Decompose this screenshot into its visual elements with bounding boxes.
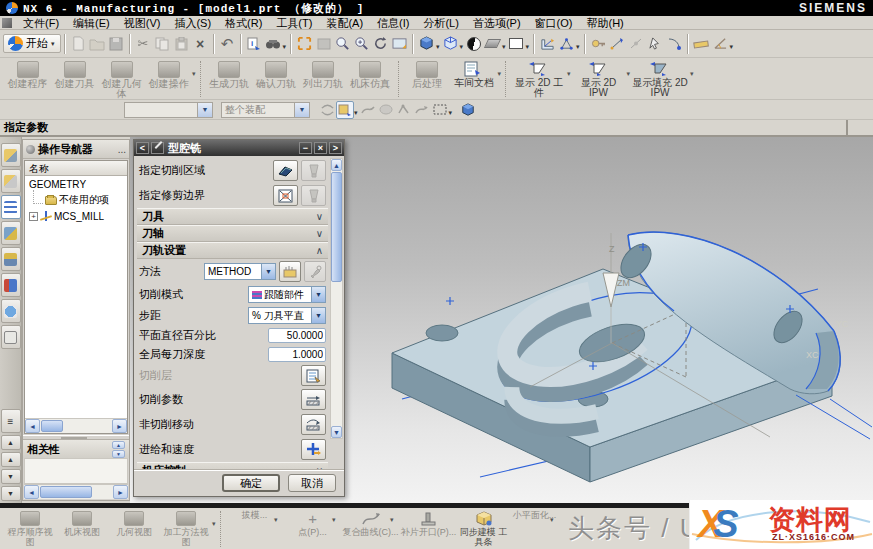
create-operation-button[interactable]: 创建操作 [145,60,192,89]
binoculars-dropdown-icon[interactable]: ▾ [283,43,287,51]
curve-rule-icon[interactable] [359,101,377,119]
cut-levels-button[interactable] [301,365,326,386]
post-group-dropdown-icon[interactable]: ▾ [498,70,502,78]
new-file-icon[interactable] [69,34,88,53]
list-toolpath-button[interactable]: 列出刀轨 [300,60,347,89]
scroll-thumb[interactable] [40,486,92,498]
scroll-thumb[interactable] [331,172,342,282]
shadow-icon[interactable] [483,34,502,53]
section-path-settings[interactable]: 刀轨设置 ∧ [137,242,328,259]
zoom-box-icon[interactable] [333,34,352,53]
scroll-left-icon[interactable]: ◄ [25,419,40,433]
selection-scope-combo[interactable]: 整个装配 ▼ [221,102,310,118]
rotate-view-icon[interactable] [371,34,390,53]
appearance-sphere-icon[interactable] [464,34,483,53]
patch-opening-button[interactable]: 补片开口(P)... [400,510,458,537]
selection-filter-combo[interactable]: ▼ [124,102,213,118]
reverse-direction-icon[interactable] [318,101,336,119]
method-dropdown-icon[interactable]: ▼ [261,264,275,279]
delete-icon[interactable]: × [191,34,210,53]
save-icon[interactable] [107,34,126,53]
machining-method-view-button[interactable]: 加工方法视图 [160,510,212,547]
snap-point-icon[interactable] [608,34,627,53]
facet-dropdown-icon[interactable]: ▾ [550,516,554,524]
postprocess-button[interactable]: 后处理 [404,60,451,89]
tree-item-unused[interactable]: 不使用的项 [25,192,127,208]
feeds-and-speeds-button[interactable] [301,439,326,460]
dialog-prev-icon[interactable]: < [136,142,149,154]
scroll-left-icon[interactable]: ◄ [24,485,39,499]
scroll-bottom-button[interactable]: ▼ [1,486,21,501]
select-cut-area-button[interactable] [273,160,298,181]
shadow-dropdown-icon[interactable]: ▾ [502,43,506,51]
menu-item-information[interactable]: 信息(I) [370,16,416,30]
composite-curve-button[interactable]: ▾复合曲线(C)... [342,510,400,537]
menu-item-analysis[interactable]: 分析(L) [416,16,465,30]
dependencies-hscrollbar[interactable]: ◄ ► [24,484,128,499]
wireframe-view-dropdown-icon[interactable]: ▾ [460,43,464,51]
show-filled-2d-ipw-button[interactable]: 显示填充 2D IPW [630,60,690,98]
point-dropdown-icon[interactable]: ▾ [332,516,336,524]
tree-hscrollbar[interactable]: ◄ ► [25,418,127,433]
snap-point-toggle-icon[interactable] [336,101,354,119]
snap-midpoint-icon[interactable] [627,34,646,53]
information-icon[interactable]: i [245,34,264,53]
snap-quadrant-icon[interactable] [665,34,684,53]
view-group-dropdown-icon[interactable]: ▾ [212,520,216,528]
panel-pin-button[interactable]: ≡ [1,409,21,433]
scroll-up-button[interactable]: ▲ [1,452,21,467]
facet-body-button[interactable]: ▾小平面化... [510,510,560,520]
constraint-navigator-icon[interactable] [1,169,21,193]
cut-pattern-combo[interactable]: 跟随部件 ▼ [248,286,326,303]
hd3d-tools-icon[interactable] [1,273,21,297]
scroll-right-icon[interactable]: ► [112,419,127,433]
verify-toolpath-button[interactable]: 确认刀轨 [253,60,300,89]
create-program-button[interactable]: 创建程序 [4,60,51,89]
dialog-drag-icon[interactable] [151,142,164,154]
menu-item-window[interactable]: 窗口(O) [528,16,580,30]
scroll-thumb[interactable] [41,420,63,432]
scroll-down-button[interactable]: ▼ [1,469,21,484]
selection-filter-dropdown-icon[interactable]: ▼ [197,103,212,117]
new-method-button[interactable] [279,261,301,282]
scroll-right-icon[interactable]: ► [113,485,128,499]
reuse-library-icon[interactable] [1,247,21,271]
menu-item-help[interactable]: 帮助(H) [579,16,630,30]
vertex-rule-icon[interactable] [395,101,413,119]
menu-item-assemblies[interactable]: 装配(A) [319,16,370,30]
face-rule-icon[interactable] [377,101,395,119]
show-2d-workpiece-button[interactable]: 显示 2D 工件 [511,60,567,98]
rectangle-select-dropdown-icon[interactable]: ▾ [449,109,453,117]
method-combo[interactable]: METHOD ▼ [204,263,276,280]
menu-item-view[interactable]: 视图(V) [117,16,168,30]
synchronous-modeling-button[interactable]: 同步建模 工具条 [458,510,510,547]
point-button[interactable]: +▾点(P)... [284,510,342,537]
panel-splitter[interactable] [23,435,129,440]
snap-cursor-icon[interactable] [646,34,665,53]
paste-icon[interactable] [172,34,191,53]
program-order-view-button[interactable]: 程序顺序视图 [4,510,56,547]
tree-column-header[interactable]: 名称 [25,161,127,176]
shop-documentation-button[interactable]: 车间文档 [451,60,498,88]
title-bar[interactable]: NX 6 - Manufacturing - [model1.prt （修改的）… [0,0,873,16]
dialog-close-icon[interactable]: × [314,142,327,154]
snap-key-icon[interactable] [589,34,608,53]
measure-angle-icon[interactable] [711,34,730,53]
background-dropdown-icon[interactable]: ▾ [526,43,530,51]
dep-up-icon[interactable]: ▲ [112,441,125,449]
snap-point-dropdown-icon[interactable]: ▾ [354,109,358,117]
navigator-header[interactable]: 操作导航器 ... [23,140,129,159]
shaded-view-dropdown-icon[interactable]: ▾ [436,43,440,51]
menu-item-insert[interactable]: 插入(S) [167,16,218,30]
geometry-view-button[interactable]: 几何视图 [108,510,160,537]
selection-scope-dropdown-icon[interactable]: ▼ [294,103,309,117]
menu-item-format[interactable]: 格式(R) [218,16,269,30]
shaded-view-icon[interactable] [417,34,436,53]
navigator-more-icon[interactable]: ... [118,144,126,155]
start-button[interactable]: 开始 ▾ [3,34,61,53]
dialog-scrollbar[interactable]: ▲ ▼ [330,158,343,439]
dep-down-icon[interactable]: ▼ [112,450,125,458]
copy-icon[interactable] [153,34,172,53]
pan-image-icon[interactable] [390,34,409,53]
menu-item-edit[interactable]: 编辑(E) [66,16,117,30]
